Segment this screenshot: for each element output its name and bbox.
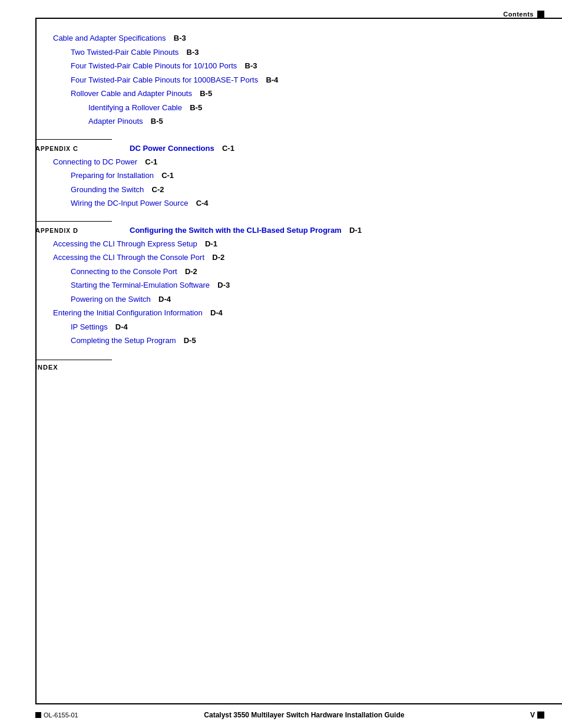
appendix-c-divider: [35, 139, 544, 141]
index-divider-line: [35, 360, 112, 360]
appendix-c-label: APPENDIX C: [35, 145, 130, 152]
toc-link[interactable]: IP Settings: [71, 321, 108, 333]
toc-entry: Connecting to DC Power C-1: [35, 156, 544, 168]
toc-page: D-4: [206, 307, 223, 319]
toc-link[interactable]: Identifying a Rollover Cable: [88, 102, 182, 114]
contents-square: [537, 11, 544, 18]
footer-right: V: [530, 711, 544, 719]
footer-doc-number: OL-6155-01: [44, 711, 78, 719]
toc-entry: Wiring the DC-Input Power Source C-4: [35, 197, 544, 209]
footer: OL-6155-01 Catalyst 3550 Multilayer Swit…: [35, 711, 544, 719]
toc-entry: Accessing the CLI Through the Console Po…: [35, 252, 544, 263]
toc-link[interactable]: Cable and Adapter Specifications: [53, 32, 166, 44]
toc-link[interactable]: Connecting to DC Power: [53, 156, 137, 168]
toc-page: C-4: [191, 197, 208, 209]
toc-entry: IP Settings D-4: [35, 321, 544, 333]
appendix-c-page: C-1: [218, 144, 234, 153]
toc-link[interactable]: Powering on the Switch: [71, 294, 151, 305]
top-border: [35, 18, 562, 19]
toc-entry: Powering on the Switch D-4: [35, 294, 544, 305]
footer-title: Catalyst 3550 Multilayer Switch Hardware…: [78, 711, 530, 719]
footer-right-square: [537, 711, 544, 719]
toc-link[interactable]: Four Twisted-Pair Cable Pinouts for 10/1…: [71, 60, 237, 72]
toc-page: C-1: [141, 156, 157, 168]
toc-link[interactable]: Completing the Setup Program: [71, 335, 176, 347]
toc-entry: Entering the Initial Configuration Infor…: [35, 307, 544, 319]
toc-entry: Four Twisted-Pair Cable Pinouts for 1000…: [35, 74, 544, 86]
appendix-c-section: APPENDIX C DC Power Connections C-1 Conn…: [35, 139, 544, 209]
toc-page: D-4: [111, 321, 128, 333]
toc-entry: Two Twisted-Pair Cable Pinouts B-3: [35, 47, 544, 58]
appendix-d-label: APPENDIX D: [35, 227, 130, 234]
toc-link[interactable]: Connecting to the Console Port: [71, 266, 177, 278]
toc-entry: Connecting to the Console Port D-2: [35, 266, 544, 278]
toc-link[interactable]: Grounding the Switch: [71, 184, 144, 196]
appendix-d-section: APPENDIX D Configuring the Switch with t…: [35, 221, 544, 347]
divider-line: [35, 139, 112, 140]
index-label: INDEX: [35, 364, 58, 371]
index-section: INDEX: [35, 360, 544, 371]
toc-page: C-1: [157, 170, 174, 182]
toc-entry: Rollover Cable and Adapter Pinouts B-5: [35, 88, 544, 100]
appendix-d-divider: [35, 221, 544, 223]
toc-page: C-2: [147, 184, 164, 196]
toc-entry: Completing the Setup Program D-5: [35, 335, 544, 347]
toc-page: D-5: [179, 335, 196, 347]
toc-entry: Cable and Adapter Specifications B-3: [35, 32, 544, 44]
toc-link[interactable]: Rollover Cable and Adapter Pinouts: [71, 88, 192, 100]
divider-line: [35, 221, 112, 222]
bottom-border: [35, 703, 562, 704]
toc-link[interactable]: Accessing the CLI Through the Console Po…: [53, 252, 204, 263]
appendix-b-continuation: Cable and Adapter Specifications B-3 Two…: [35, 32, 544, 127]
appendix-c-title[interactable]: DC Power Connections: [130, 144, 214, 153]
header-contents: Contents: [503, 11, 544, 18]
toc-page: D-4: [154, 294, 171, 305]
toc-link[interactable]: Adapter Pinouts: [88, 116, 143, 127]
toc-entry: Accessing the CLI Through Express Setup …: [35, 238, 544, 250]
footer-page-number: V: [530, 711, 535, 719]
toc-page: B-3: [170, 32, 186, 44]
toc-link[interactable]: Two Twisted-Pair Cable Pinouts: [71, 47, 178, 58]
toc-page: B-5: [196, 88, 212, 100]
main-content: Cable and Adapter Specifications B-3 Two…: [35, 32, 544, 371]
toc-link[interactable]: Entering the Initial Configuration Infor…: [53, 307, 203, 319]
toc-link[interactable]: Wiring the DC-Input Power Source: [71, 197, 188, 209]
toc-page: B-4: [262, 74, 278, 86]
toc-link[interactable]: Four Twisted-Pair Cable Pinouts for 1000…: [71, 74, 258, 86]
toc-link[interactable]: Accessing the CLI Through Express Setup: [53, 238, 197, 250]
toc-link[interactable]: Starting the Terminal-Emulation Software: [71, 279, 210, 291]
appendix-c-header: APPENDIX C DC Power Connections C-1: [35, 144, 544, 153]
toc-entry: Four Twisted-Pair Cable Pinouts for 10/1…: [35, 60, 544, 72]
appendix-d-header: APPENDIX D Configuring the Switch with t…: [35, 226, 544, 235]
appendix-d-page: D-1: [345, 226, 362, 235]
toc-page: D-2: [181, 266, 197, 278]
toc-entry: Starting the Terminal-Emulation Software…: [35, 279, 544, 291]
toc-page: D-2: [208, 252, 224, 263]
footer-left: OL-6155-01: [35, 711, 78, 719]
toc-entry: Adapter Pinouts B-5: [35, 116, 544, 127]
toc-entry: Preparing for Installation C-1: [35, 170, 544, 182]
toc-page: D-3: [213, 279, 230, 291]
toc-page: B-3: [182, 47, 199, 58]
toc-page: B-3: [240, 60, 257, 72]
page-container: Contents Cable and Adapter Specification…: [0, 0, 562, 728]
toc-link[interactable]: Preparing for Installation: [71, 170, 154, 182]
toc-entry: Grounding the Switch C-2: [35, 184, 544, 196]
contents-label: Contents: [503, 11, 534, 18]
toc-page: D-1: [201, 238, 217, 250]
footer-left-square: [35, 712, 41, 718]
appendix-d-title[interactable]: Configuring the Switch with the CLI-Base…: [130, 226, 342, 235]
toc-entry: Identifying a Rollover Cable B-5: [35, 102, 544, 114]
toc-page: B-5: [186, 102, 202, 114]
toc-page: B-5: [147, 116, 163, 127]
